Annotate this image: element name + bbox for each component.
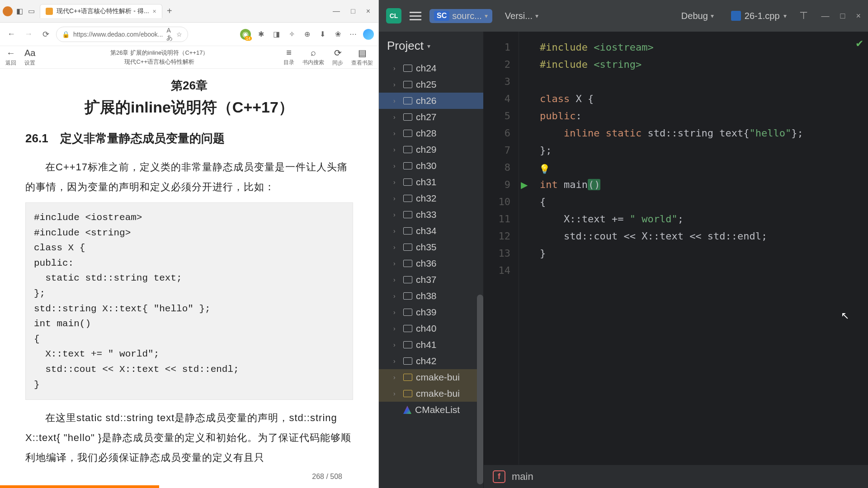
run-config-dropdown[interactable]: Debug ▾ bbox=[677, 9, 718, 23]
folder-ch35[interactable]: ›ch35 bbox=[379, 239, 483, 255]
folder-ch26[interactable]: ›ch26 bbox=[379, 93, 483, 109]
analysis-ok-icon[interactable]: ✔ bbox=[855, 38, 863, 50]
folder-ch36[interactable]: ›ch36 bbox=[379, 255, 483, 272]
copilot-icon[interactable] bbox=[363, 29, 374, 40]
folder-ch41[interactable]: ›ch41 bbox=[379, 337, 483, 353]
sync-label: 同步 bbox=[332, 59, 343, 67]
folder-icon bbox=[403, 341, 412, 348]
settings-reader-button[interactable]: Aa设置 bbox=[24, 48, 35, 67]
clion-logo-icon[interactable]: CL bbox=[386, 8, 401, 23]
settings-label: 设置 bbox=[24, 59, 35, 67]
folder-ch24[interactable]: ›ch24 bbox=[379, 60, 483, 76]
shelf-button[interactable]: ▤查看书架 bbox=[351, 47, 373, 67]
line-number: 8 bbox=[484, 159, 510, 176]
vcs-label: sourc... bbox=[452, 11, 482, 21]
line-gutter: 1234567891011121314 bbox=[484, 32, 519, 465]
close-tab-icon[interactable]: × bbox=[153, 8, 156, 15]
folder-ch29[interactable]: ›ch29 bbox=[379, 141, 483, 158]
folder-ch38[interactable]: ›ch38 bbox=[379, 288, 483, 304]
paragraph: 在这里static std::string text是静态成员变量的声明，std… bbox=[25, 408, 353, 468]
folder-ch37[interactable]: ›ch37 bbox=[379, 272, 483, 288]
project-header[interactable]: Project ▾ bbox=[379, 32, 483, 60]
sidebar-icon[interactable]: ◨ bbox=[271, 29, 282, 40]
sync-icon[interactable]: ⊕ bbox=[302, 29, 312, 40]
extensions-icon[interactable]: ✱ bbox=[255, 29, 266, 40]
main-menu-button[interactable] bbox=[410, 12, 421, 20]
reader-title: 第26章 扩展的inline说明符（C++17） 现代C++语言核心特性解析 bbox=[35, 48, 283, 66]
close-window-button[interactable]: × bbox=[366, 7, 370, 15]
folder-ch42[interactable]: ›ch42 bbox=[379, 353, 483, 369]
folder-label: ch32 bbox=[416, 193, 437, 204]
ext2-icon[interactable]: ❀ bbox=[332, 29, 343, 40]
code-editor[interactable]: ✔ ▶ 💡 1234567891011121314 #include <iost… bbox=[484, 32, 868, 488]
code-area[interactable]: #include <iostream> #include <string> cl… bbox=[519, 32, 803, 465]
folder-ch28[interactable]: ›ch28 bbox=[379, 125, 483, 141]
reader-content[interactable]: 第26章 扩展的inline说明符（C++17） 26.1 定义非常量静态成员变… bbox=[0, 69, 378, 488]
folder-ch25[interactable]: ›ch25 bbox=[379, 76, 483, 93]
folder-ch33[interactable]: ›ch33 bbox=[379, 206, 483, 223]
toc-button[interactable]: ≡目录 bbox=[283, 47, 294, 67]
tabview-icon[interactable]: ▭ bbox=[26, 6, 36, 16]
cmake-file[interactable]: CMakeList bbox=[379, 402, 483, 418]
folder-ch27[interactable]: ›ch27 bbox=[379, 109, 483, 125]
target-file-dropdown[interactable]: 26-1.cpp ▾ bbox=[726, 9, 791, 23]
folder-label: cmake-bui bbox=[416, 388, 460, 399]
maximize-button[interactable]: □ bbox=[351, 7, 355, 15]
line-number: 11 bbox=[484, 211, 510, 228]
minimize-button[interactable]: — bbox=[333, 7, 340, 15]
folder-label: ch30 bbox=[416, 160, 437, 171]
folder-label: ch34 bbox=[416, 225, 437, 236]
vcs-badge: SC bbox=[434, 11, 449, 21]
reading-progress[interactable] bbox=[0, 485, 159, 488]
run-gutter-icon[interactable]: ▶ bbox=[521, 179, 528, 190]
back-button[interactable]: ← bbox=[5, 28, 18, 41]
favorite-icon[interactable]: ☆ bbox=[176, 31, 182, 38]
back-reader-button[interactable]: ←返回 bbox=[5, 48, 16, 67]
breadcrumb-main[interactable]: main bbox=[512, 471, 533, 483]
browser-tab[interactable]: 现代C++语言核心特性解析 - 得... × bbox=[40, 4, 162, 18]
version-dropdown[interactable]: Versi... ▾ bbox=[500, 9, 543, 23]
chevron-right-icon: › bbox=[393, 113, 400, 121]
folder-icon bbox=[403, 309, 412, 316]
folder-ch30[interactable]: ›ch30 bbox=[379, 158, 483, 174]
url-input[interactable]: 🔒 https://www.dedao.com/ebook... Aあ ☆ bbox=[56, 27, 188, 42]
extension-green-icon[interactable]: ◉14 bbox=[240, 29, 251, 40]
font-icon: Aa bbox=[24, 48, 35, 58]
bulb-icon[interactable]: 💡 bbox=[539, 164, 550, 174]
forward-button[interactable]: → bbox=[22, 28, 35, 41]
chevron-down-icon: ▾ bbox=[485, 12, 488, 19]
folder-ch32[interactable]: ›ch32 bbox=[379, 190, 483, 206]
reader-chapter-label: 第26章 扩展的inline说明符（C++17） bbox=[35, 48, 283, 57]
folder-modified[interactable]: ›cmake-bui bbox=[379, 385, 483, 402]
folder-ch40[interactable]: ›ch40 bbox=[379, 320, 483, 337]
translate-icon[interactable]: Aあ bbox=[166, 27, 173, 42]
close-button[interactable]: × bbox=[856, 11, 861, 21]
folder-modified[interactable]: ›cmake-bui bbox=[379, 369, 483, 385]
collections-icon[interactable]: ✧ bbox=[286, 29, 297, 40]
folder-icon bbox=[403, 162, 412, 169]
favicon-icon bbox=[46, 8, 53, 15]
shelf-label: 查看书架 bbox=[351, 59, 373, 67]
scrollbar-thumb[interactable] bbox=[477, 295, 483, 484]
vcs-dropdown[interactable]: SC sourc... ▾ bbox=[429, 9, 492, 23]
line-number: 4 bbox=[484, 90, 510, 108]
sync-reader-button[interactable]: ⟳同步 bbox=[332, 47, 343, 67]
refresh-button[interactable]: ⟳ bbox=[39, 28, 52, 41]
tab-title: 现代C++语言核心特性解析 - 得... bbox=[57, 7, 149, 15]
folder-ch39[interactable]: ›ch39 bbox=[379, 304, 483, 320]
workspace-icon[interactable]: ◧ bbox=[14, 6, 24, 16]
build-icon[interactable]: ⊤ bbox=[799, 10, 808, 22]
maximize-button[interactable]: □ bbox=[840, 11, 845, 21]
project-tree[interactable]: ›ch24›ch25›ch26›ch27›ch28›ch29›ch30›ch31… bbox=[379, 60, 483, 488]
new-tab-button[interactable]: + bbox=[164, 6, 175, 17]
minimize-button[interactable]: — bbox=[821, 11, 830, 21]
folder-ch34[interactable]: ›ch34 bbox=[379, 223, 483, 239]
folder-ch31[interactable]: ›ch31 bbox=[379, 174, 483, 190]
more-icon[interactable]: ⋯ bbox=[348, 29, 359, 40]
folder-icon bbox=[403, 195, 412, 202]
search-reader-button[interactable]: ⌕书内搜索 bbox=[302, 47, 324, 67]
folder-label: ch26 bbox=[416, 95, 437, 106]
download-icon[interactable]: ⬇ bbox=[317, 29, 328, 40]
profile-avatar[interactable] bbox=[3, 6, 13, 16]
chevron-down-icon: ▾ bbox=[711, 12, 714, 19]
